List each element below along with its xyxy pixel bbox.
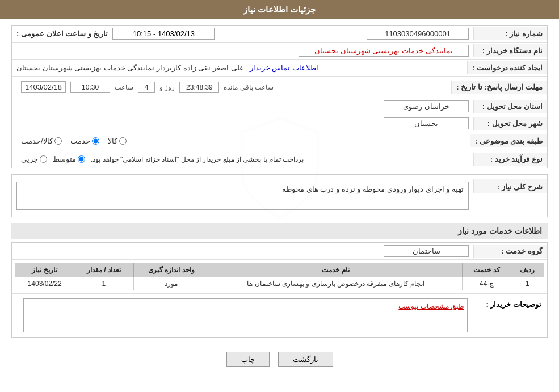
roz-label: روز و [159, 83, 175, 91]
page-title: جزئیات اطلاعات نیاز [243, 5, 316, 14]
group-service-value: ساختمان [12, 243, 473, 259]
row-name-dastgah: نام دستگاه خریدار : نمایندگی خدمات بهزیس… [12, 43, 547, 60]
cell-name: انجام کارهای متفرقه درخصوص بازسازی و بهس… [209, 277, 463, 290]
mohlat-label: مهلت ارسال پاسخ: تا تاریخ : [451, 81, 547, 94]
col-name: نام خدمت [209, 263, 463, 277]
col-kod: کد خدمت [463, 263, 511, 277]
tarikh-aalan-box: 1403/02/13 - 10:15 [112, 28, 215, 40]
cell-radif: 1 [511, 277, 544, 290]
table-container: ردیف کد خدمت نام خدمت واحد اندازه گیری ت… [12, 260, 547, 293]
nooe-farayand-value: پرداخت تمام یا بخشی از مبلغ خریدار از مح… [12, 150, 473, 168]
col-tarikh: تاریخ نیاز [15, 263, 74, 277]
col-radif: ردیف [511, 263, 544, 277]
mohlat-value-area: ساعت باقی مانده 23:48:39 روز و 4 ساعت 10… [12, 77, 451, 98]
sharh-koli-value-area: تهیه و اجرای دیوار ورودی محوطه و نرده و … [12, 179, 473, 212]
ijad-konande-text: علی اصغر نقی زاده کاربردار نمایندگی خدما… [16, 64, 244, 72]
ijad-konande-link[interactable]: اطلاعات تماس خریدار [250, 64, 318, 72]
name-dastgah-label: نام دستگاه خریدار : [473, 44, 547, 57]
buyer-notes-label: توصیحات خریدار : [473, 298, 541, 309]
tabaqe-khedmat-radio[interactable] [92, 137, 99, 145]
group-service-label: گروه خدمت : [473, 245, 547, 258]
row-nooe-farayand: نوع فرآیند خرید : پرداخت تمام یا بخشی از… [12, 150, 547, 168]
shahr-value: بجستان [12, 115, 473, 132]
shomare-niaz-label: شماره نیاز : [473, 27, 547, 40]
tabaqe-kala-khedmat-radio[interactable] [54, 137, 62, 145]
mohlat-roz: 4 [138, 82, 155, 93]
shahr-box: بجستان [384, 117, 469, 129]
tabaqe-label: طبقه بندی موضوعی : [470, 134, 547, 147]
shomare-niaz-value: 1103030496000001 [348, 26, 473, 42]
row-mohlat: مهلت ارسال پاسخ: تا تاریخ : ساعت باقی ما… [12, 77, 547, 98]
ijad-konande-label: ایجاد کننده درخواست : [467, 61, 547, 74]
group-service-box: ساختمان [384, 245, 469, 257]
sharh-koli-label: شرح کلی نیاز : [473, 179, 547, 193]
process-text: پرداخت تمام یا بخشی از مبلغ خریدار از مح… [91, 155, 304, 163]
nooe-farayand-label: نوع فرآیند خرید : [473, 153, 547, 166]
cell-tedad: 1 [74, 277, 133, 290]
row-group-service: گروه خدمت : ساختمان [12, 243, 547, 260]
tabaqe-kala-khedmat-label: کالا/خدمت [21, 137, 53, 145]
tarikh-aalan-label: تاریخ و ساعت اعلان عمومی : [16, 29, 108, 38]
tabaqe-kala-radio[interactable] [119, 137, 127, 145]
ijad-konande-value-area: اطلاعات تماس خریدار علی اصغر نقی زاده کا… [12, 61, 467, 74]
ostan-label: استان محل تحویل : [473, 100, 547, 113]
shahr-label: شهر محل تحویل : [473, 117, 547, 130]
sharh-section: شرح کلی نیاز : تهیه و اجرای دیوار ورودی … [11, 174, 548, 217]
row-ostan: استان محل تحویل : خراسان رضوی [12, 98, 547, 115]
main-info-section: شماره نیاز : 1103030496000001 1403/02/13… [11, 25, 548, 168]
mohlat-remaining-label: ساعت باقی مانده [224, 83, 274, 91]
col-tedad: تعداد / مقدار [74, 263, 133, 277]
cell-kod: ج-44 [463, 277, 511, 290]
saat-label: ساعت [115, 83, 133, 91]
table-row: 1 ج-44 انجام کارهای متفرقه درخصوص بازساز… [15, 277, 544, 290]
tabaqe-khedmat[interactable]: خدمت [70, 137, 99, 145]
mohlat-countdown: 23:48:39 [179, 82, 219, 93]
name-dastgah-box: نمایندگی خدمات بهزیستی شهرستان بجستان [299, 45, 469, 57]
mohlat-saat: 10:30 [70, 82, 110, 93]
ostan-box: خراسان رضوی [384, 100, 469, 112]
process-جزیی-label: جزیی [21, 155, 38, 163]
row-shahr: شهر محل تحویل : بجستان [12, 115, 547, 132]
ostan-value: خراسان رضوی [12, 98, 473, 115]
row-shomare: شماره نیاز : 1103030496000001 1403/02/13… [12, 26, 547, 43]
sharh-koli-box: تهیه و اجرای دیوار ورودی محوطه و نرده و … [16, 182, 469, 210]
process-جزیی[interactable]: جزیی [21, 155, 47, 163]
buyer-notes-area: طبق مشخصات پیوست [18, 298, 473, 332]
mohlat-date: 1403/02/18 [21, 81, 66, 93]
services-table: ردیف کد خدمت نام خدمت واحد اندازه گیری ت… [15, 263, 544, 290]
tabaqe-kala-label: کالا [108, 137, 117, 145]
sharh-row: شرح کلی نیاز : تهیه و اجرای دیوار ورودی … [12, 175, 547, 217]
row-ijad-konande: ایجاد کننده درخواست : اطلاعات تماس خریدا… [12, 60, 547, 77]
table-header-row: ردیف کد خدمت نام خدمت واحد اندازه گیری ت… [15, 263, 544, 277]
tabaqe-kala[interactable]: کالا [108, 137, 127, 145]
name-dastgah-value: نمایندگی خدمات بهزیستی شهرستان بجستان [12, 43, 473, 59]
service-section: گروه خدمت : ساختمان ردیف کد خدمت نام خدم… [11, 242, 548, 338]
page-header: جزئیات اطلاعات نیاز [0, 0, 559, 19]
tabaqe-khedmat-label: خدمت [70, 137, 90, 145]
process-متوسط[interactable]: متوسط [53, 155, 85, 163]
tabaqe-options: کالا/خدمت خدمت کالا [12, 132, 470, 150]
print-button[interactable]: چاپ [226, 352, 270, 367]
buyer-notes-row: توصیحات خریدار : طبق مشخصات پیوست [12, 293, 547, 337]
process-متوسط-radio[interactable] [78, 155, 85, 163]
footer-buttons: بازگشت چاپ [11, 343, 548, 376]
service-info-title: اطلاعات خدمات مورد نیاز [11, 223, 548, 239]
col-vahed: واحد اندازه گیری [133, 263, 209, 277]
tabaqe-kala-khedmat[interactable]: کالا/خدمت [21, 137, 62, 145]
buyer-notes-box: طبق مشخصات پیوست [23, 298, 468, 332]
cell-vahed: مورد [133, 277, 209, 290]
buyer-notes-link[interactable]: طبق مشخصات پیوست [398, 302, 464, 310]
row-tabaqe: طبقه بندی موضوعی : کالا/خدمت خدمت کالا [12, 132, 547, 150]
cell-tarikh: 1403/02/22 [15, 277, 74, 290]
process-جزیی-radio[interactable] [40, 155, 47, 163]
shomare-niaz-box: 1103030496000001 [367, 28, 469, 40]
back-button[interactable]: بازگشت [278, 352, 333, 367]
process-متوسط-label: متوسط [53, 155, 76, 163]
